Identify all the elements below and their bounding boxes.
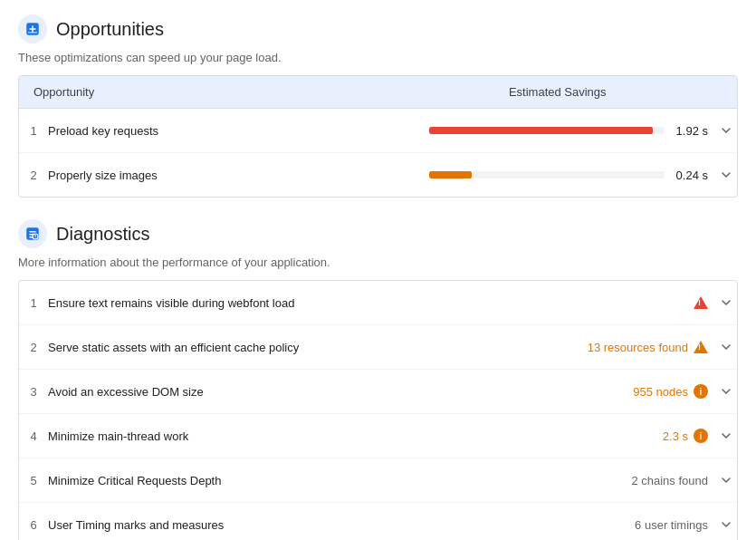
row-1-bar	[429, 127, 653, 134]
opportunity-col-header: Opportunity	[19, 76, 378, 108]
diag-row-2-number: 2	[19, 341, 48, 354]
diag-row-4-text: 2.3 s	[663, 429, 688, 443]
diag-row-1-warning-icon	[694, 296, 708, 309]
diag-row-5-number: 5	[19, 474, 48, 487]
diag-row-1-number: 1	[19, 296, 48, 310]
diag-row-2: 2 Serve static assets with an efficient …	[19, 325, 737, 370]
diag-row-6-chevron[interactable]	[715, 514, 737, 535]
row-2-number: 2	[19, 169, 48, 182]
diag-row-5-value: 2 chains found	[631, 474, 715, 487]
savings-col-header: Estimated Savings	[378, 76, 738, 108]
opportunities-section: Opportunities These optimizations can sp…	[18, 14, 738, 198]
diag-row-1-chevron[interactable]	[715, 292, 737, 313]
row-1-value: 1.92 s	[672, 124, 708, 138]
row-2-bar-container	[429, 171, 665, 178]
diag-row-3-info-icon: i	[694, 384, 708, 399]
diag-row-4-info-icon: i	[694, 429, 708, 443]
diag-row-2-value: 13 resources found	[588, 341, 715, 354]
diag-row-4-label: Minimize main-thread work	[48, 429, 663, 443]
diag-row-5-text: 2 chains found	[631, 474, 708, 487]
diag-row-6: 6 User Timing marks and measures 6 user …	[19, 503, 737, 540]
diag-row-5: 5 Minimize Critical Requests Depth 2 cha…	[19, 458, 737, 503]
diag-row-3-label: Avoid an excessive DOM size	[48, 385, 633, 399]
diag-row-3: 3 Avoid an excessive DOM size 955 nodes …	[19, 370, 737, 414]
opportunities-table-header: Opportunity Estimated Savings	[19, 76, 737, 109]
diag-row-5-label: Minimize Critical Requests Depth	[48, 474, 631, 487]
row-1-bar-container	[429, 127, 665, 134]
row-1-chevron[interactable]	[715, 120, 737, 141]
row-2-value: 0.24 s	[672, 169, 708, 182]
opportunities-title: Opportunities	[56, 19, 164, 40]
diag-row-6-value: 6 user timings	[635, 518, 715, 532]
diag-row-2-text: 13 resources found	[588, 341, 688, 354]
diag-row-1-label: Ensure text remains visible during webfo…	[48, 296, 694, 310]
diag-row-2-warning-icon	[694, 341, 708, 353]
diagnostics-icon	[18, 219, 47, 248]
row-2-label: Properly size images	[48, 169, 386, 182]
diagnostics-header: Diagnostics	[18, 219, 738, 248]
diag-row-2-chevron[interactable]	[715, 336, 737, 358]
row-2-bar	[429, 171, 472, 178]
opportunities-icon	[18, 14, 47, 43]
row-1-savings: 1.92 s	[386, 124, 716, 138]
diag-row-4-number: 4	[19, 429, 48, 443]
opportunity-row-1: 1 Preload key requests 1.92 s	[19, 109, 737, 153]
diag-row-3-value: 955 nodes i	[633, 384, 715, 399]
row-1-label: Preload key requests	[48, 124, 386, 138]
row-2-chevron[interactable]	[715, 164, 737, 186]
diag-row-6-text: 6 user timings	[635, 518, 708, 532]
diag-row-3-number: 3	[19, 385, 48, 399]
diagnostics-subtitle: More information about the performance o…	[18, 256, 738, 269]
diag-row-6-label: User Timing marks and measures	[48, 518, 635, 532]
diag-row-1-value	[694, 296, 715, 309]
diag-row-3-text: 955 nodes	[633, 385, 688, 399]
diagnostics-table: 1 Ensure text remains visible during web…	[18, 280, 738, 540]
svg-rect-2	[32, 25, 33, 33]
diag-row-4-value: 2.3 s i	[663, 429, 715, 443]
svg-rect-3	[28, 32, 38, 34]
diag-row-6-number: 6	[19, 518, 48, 532]
diag-row-2-label: Serve static assets with an efficient ca…	[48, 341, 588, 354]
svg-rect-5	[29, 231, 36, 233]
opportunities-subtitle: These optimizations can speed up your pa…	[18, 51, 738, 64]
diagnostics-title: Diagnostics	[56, 224, 149, 245]
row-2-savings: 0.24 s	[386, 169, 716, 182]
opportunities-table: Opportunity Estimated Savings 1 Preload …	[18, 75, 738, 198]
diag-row-5-chevron[interactable]	[715, 469, 737, 491]
svg-point-9	[35, 237, 36, 238]
diag-row-1: 1 Ensure text remains visible during web…	[19, 281, 737, 325]
opportunities-header: Opportunities	[18, 14, 738, 43]
opportunity-row-2: 2 Properly size images 0.24 s	[19, 153, 737, 197]
diag-row-3-chevron[interactable]	[715, 381, 737, 402]
row-1-number: 1	[19, 124, 48, 138]
diag-row-4: 4 Minimize main-thread work 2.3 s i	[19, 414, 737, 458]
diag-row-4-chevron[interactable]	[715, 425, 737, 447]
diagnostics-section: Diagnostics More information about the p…	[18, 219, 738, 540]
